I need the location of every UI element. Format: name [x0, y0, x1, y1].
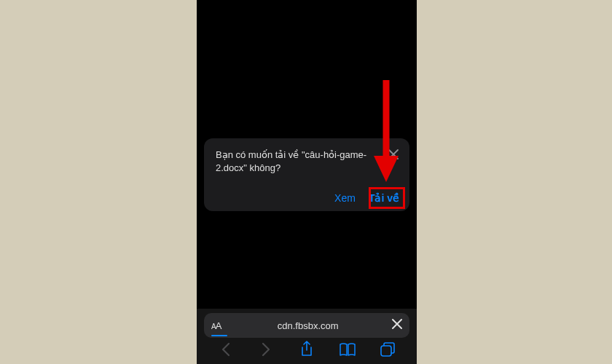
url-domain: cdn.fbsbx.com [224, 320, 392, 331]
download-button[interactable]: Tải về [369, 192, 399, 204]
tabs-icon [380, 341, 396, 357]
browser-toolbar [197, 338, 417, 364]
url-bar[interactable]: AA cdn.fbsbx.com [204, 313, 409, 338]
back-button[interactable] [217, 341, 235, 358]
reader-format-button[interactable]: AA [211, 320, 221, 331]
dialog-close-button[interactable] [386, 147, 401, 162]
phone-screen: Bạn có muốn tải về "câu-hỏi-game-2.docx"… [197, 0, 417, 364]
share-button[interactable] [298, 341, 315, 358]
svg-rect-2 [381, 346, 391, 356]
aa-indicator [211, 335, 227, 336]
tabs-button[interactable] [379, 341, 396, 358]
share-icon [299, 341, 314, 358]
stop-reload-button[interactable] [392, 319, 402, 332]
view-button[interactable]: Xem [334, 192, 356, 204]
browser-bottom-bar: AA cdn.fbsbx.com [197, 309, 417, 364]
forward-button[interactable] [257, 341, 275, 358]
chevron-right-icon [261, 342, 271, 357]
close-icon [388, 149, 399, 159]
download-dialog: Bạn có muốn tải về "câu-hỏi-game-2.docx"… [204, 138, 409, 211]
dialog-message: Bạn có muốn tải về "câu-hỏi-game-2.docx"… [216, 149, 398, 175]
chevron-left-icon [221, 342, 231, 357]
book-icon [339, 342, 356, 357]
dialog-actions: Xem Tải về [334, 192, 399, 204]
close-icon [392, 319, 402, 329]
bookmarks-button[interactable] [339, 341, 356, 358]
